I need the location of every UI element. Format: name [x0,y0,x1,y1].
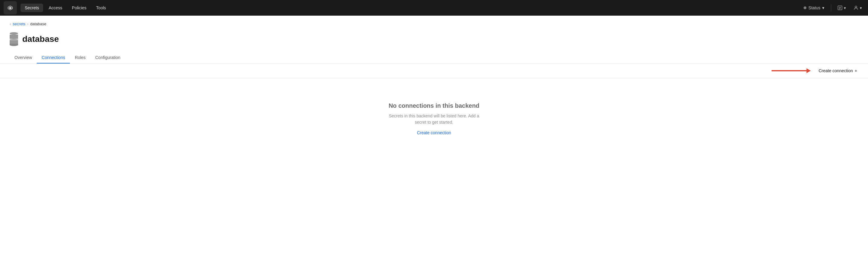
nav-item-access[interactable]: Access [44,4,66,12]
breadcrumb-chevron-left-icon: ‹ [10,22,11,26]
arrow-annotation [772,70,808,71]
arrow-line-icon [772,70,808,71]
nav-divider [831,4,831,11]
nav-item-tools[interactable]: Tools [92,4,110,12]
user-menu-button[interactable]: ▾ [835,3,848,12]
tab-connections[interactable]: Connections [37,52,70,64]
nav-item-secrets[interactable]: Secrets [21,4,43,12]
breadcrumb: ‹ secrets › database [0,16,868,30]
avatar-chevron-icon: ▾ [860,6,862,10]
status-label: Status [808,5,820,10]
status-button[interactable]: Status ▾ [801,4,827,12]
breadcrumb-current: database [30,22,46,26]
user-icon [837,5,843,10]
tab-configuration[interactable]: Configuration [90,52,125,64]
content-area: ‹ secrets › database database Overview C… [0,16,868,254]
create-connection-label: Create connection [818,68,853,73]
navbar-right: Status ▾ ▾ ▾ [801,3,864,12]
toolbar: Create connection + [0,64,868,78]
breadcrumb-separator: › [27,22,28,26]
page-header: database [0,30,868,52]
avatar-button[interactable]: ▾ [851,3,864,12]
nav-item-policies[interactable]: Policies [68,4,91,12]
navbar: Secrets Access Policies Tools Status ▾ ▾… [0,0,868,16]
status-dot-icon [804,6,807,9]
page-title: database [22,34,59,44]
svg-point-8 [855,6,857,8]
svg-rect-4 [838,6,842,10]
database-icon [10,32,18,46]
tabs: Overview Connections Roles Configuration [0,52,868,64]
avatar-icon [853,5,859,10]
tab-overview[interactable]: Overview [10,52,37,64]
user-menu-chevron-icon: ▾ [844,6,846,10]
tab-roles[interactable]: Roles [70,52,90,64]
status-chevron-icon: ▾ [822,5,824,10]
breadcrumb-secrets-link[interactable]: secrets [13,22,25,26]
empty-state-description: Secrets in this backend will be listed h… [383,113,485,125]
empty-state-title: No connections in this backend [389,102,479,109]
create-connection-plus-icon: + [855,68,857,73]
empty-state-create-link[interactable]: Create connection [417,130,451,135]
vault-logo[interactable] [4,1,17,14]
empty-state: No connections in this backend Secrets i… [0,78,868,159]
create-connection-button[interactable]: Create connection + [817,67,858,75]
